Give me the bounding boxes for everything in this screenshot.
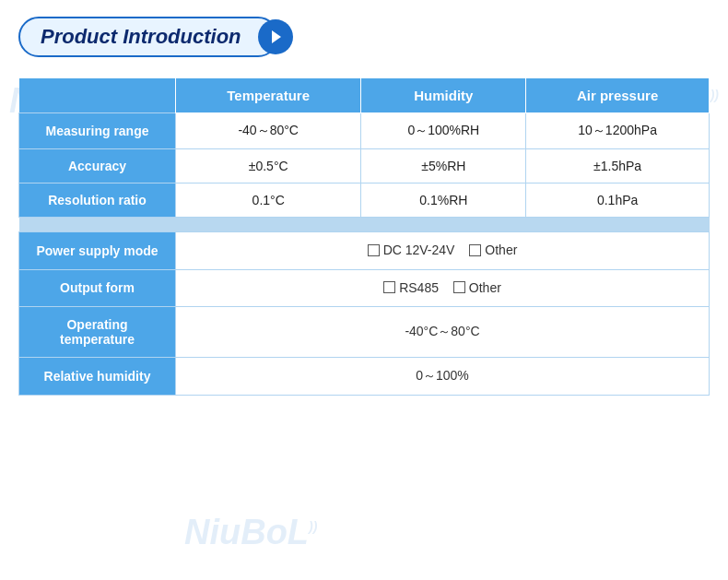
separator-row xyxy=(19,218,710,232)
checkbox-other-power-box[interactable] xyxy=(469,244,481,256)
table-row: Operating temperature -40°C～80°C xyxy=(19,307,710,358)
checkbox-rs485-box[interactable] xyxy=(383,281,395,293)
value-pressure-accuracy: ±1.5hPa xyxy=(526,149,710,183)
value-power-supply: DC 12V-24V Other xyxy=(176,232,710,270)
table-row: Power supply mode DC 12V-24V Other xyxy=(19,232,710,270)
table-row: Measuring range -40～80°C 0～100%RH 10～120… xyxy=(19,113,710,149)
label-output-form: Output form xyxy=(19,269,176,307)
value-temperature-resolution: 0.1°C xyxy=(176,183,361,218)
table-header-row: Temperature Humidity Air pressure xyxy=(19,78,710,113)
product-table: Temperature Humidity Air pressure Measur… xyxy=(18,77,710,396)
checkbox-dc-label: DC 12V-24V xyxy=(383,243,455,257)
checkbox-other-output-box[interactable] xyxy=(453,281,465,293)
value-humidity-resolution: 0.1%RH xyxy=(361,183,526,218)
title-badge: Product Introduction xyxy=(18,17,278,57)
table-row: Resolution ratio 0.1°C 0.1%RH 0.1hPa xyxy=(19,183,710,218)
checkbox-dc-box[interactable] xyxy=(368,244,380,256)
label-resolution: Resolution ratio xyxy=(19,183,176,218)
label-operating-temp: Operating temperature xyxy=(19,307,176,358)
watermark-bl: NiuBoL)) xyxy=(184,513,317,552)
title-container: Product Introduction xyxy=(18,17,710,57)
value-humidity-range: 0～100%RH xyxy=(361,113,526,149)
separator-cell xyxy=(19,218,710,232)
checkbox-dc[interactable]: DC 12V-24V xyxy=(368,243,455,257)
label-relative-humidity: Relative humidity xyxy=(19,358,176,396)
header-air-pressure: Air pressure xyxy=(526,78,710,113)
value-output-form: RS485 Other xyxy=(176,269,710,307)
value-humidity-accuracy: ±5%RH xyxy=(361,149,526,183)
table-row: Output form RS485 Other xyxy=(19,269,710,307)
checkbox-other-output-label: Other xyxy=(469,280,501,295)
value-temperature-range: -40～80°C xyxy=(176,113,361,149)
header-empty xyxy=(19,78,176,113)
checkbox-rs485-label: RS485 xyxy=(399,280,439,295)
value-relative-humidity: 0～100% xyxy=(176,358,710,396)
title-arrow-icon xyxy=(258,19,293,54)
value-pressure-range: 10～1200hPa xyxy=(526,113,710,149)
label-measuring-range: Measuring range xyxy=(19,113,176,149)
checkbox-rs485[interactable]: RS485 xyxy=(383,280,439,295)
table-row: Accuracy ±0.5°C ±5%RH ±1.5hPa xyxy=(19,149,710,183)
label-accuracy: Accuracy xyxy=(19,149,176,183)
value-temperature-accuracy: ±0.5°C xyxy=(176,149,361,183)
value-pressure-resolution: 0.1hPa xyxy=(526,183,710,218)
checkbox-other-power[interactable]: Other xyxy=(469,243,517,257)
header-temperature: Temperature xyxy=(176,78,361,113)
header-humidity: Humidity xyxy=(361,78,526,113)
label-power-supply: Power supply mode xyxy=(19,232,176,270)
checkbox-other-output[interactable]: Other xyxy=(453,280,501,295)
value-operating-temp: -40°C～80°C xyxy=(176,307,710,358)
page-wrapper: NiuBoL))) NiuBoL))) NiuBoL)) Product Int… xyxy=(0,0,728,580)
table-row: Relative humidity 0～100% xyxy=(19,358,710,396)
checkbox-other-power-label: Other xyxy=(485,243,517,257)
page-title: Product Introduction xyxy=(41,25,241,49)
